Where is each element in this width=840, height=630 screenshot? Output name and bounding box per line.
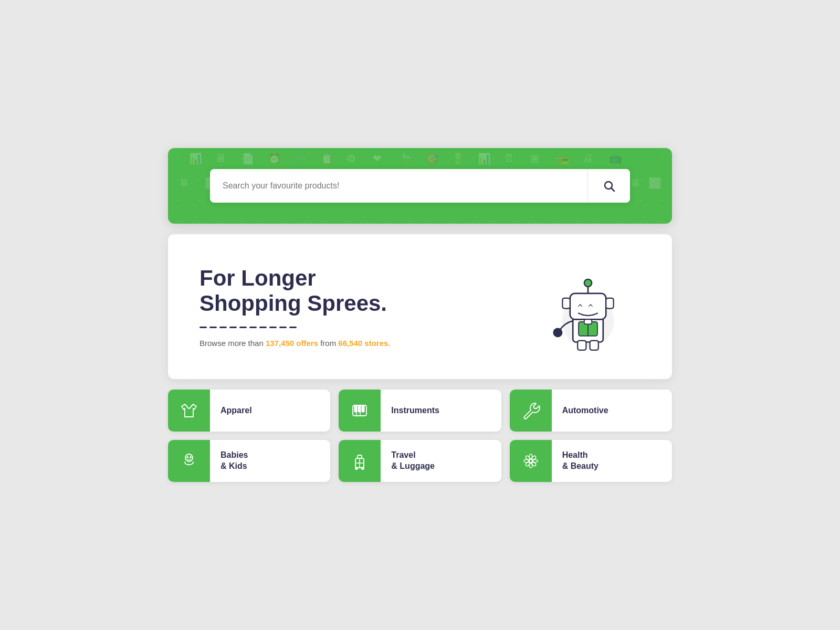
apparel-icon-box bbox=[168, 390, 210, 432]
flower-icon bbox=[521, 452, 540, 470]
apparel-label: Apparel bbox=[210, 405, 330, 416]
health-beauty-label: Health& Beauty bbox=[552, 450, 672, 472]
svg-rect-16 bbox=[590, 341, 598, 350]
svg-point-37 bbox=[530, 461, 536, 467]
hero-title: For Longer Shopping Sprees. bbox=[200, 266, 536, 317]
hero-divider bbox=[200, 327, 536, 328]
svg-point-24 bbox=[187, 457, 188, 458]
baby-icon bbox=[180, 452, 198, 470]
search-button[interactable] bbox=[587, 169, 630, 203]
svg-point-38 bbox=[530, 455, 536, 461]
stores-count: 66,540 stores. bbox=[338, 339, 390, 348]
offers-count: 137,450 offers bbox=[266, 339, 318, 348]
search-bar bbox=[210, 169, 630, 203]
category-card-health-beauty[interactable]: Health& Beauty bbox=[510, 440, 672, 482]
svg-point-39 bbox=[524, 461, 530, 467]
svg-text:^: ^ bbox=[588, 302, 593, 312]
automotive-icon-box bbox=[510, 390, 552, 432]
categories-grid: Apparel Instruments bbox=[168, 390, 672, 482]
instruments-icon-box bbox=[339, 390, 381, 432]
svg-point-25 bbox=[190, 457, 191, 458]
hero-subtitle: Browse more than 137,450 offers from 66,… bbox=[200, 339, 536, 348]
shirt-icon bbox=[180, 401, 198, 420]
health-icon-box bbox=[510, 440, 552, 482]
search-card: 📊 🖥 📄 ⏰ 🛒 📋 ⚙ ❤ 🍃 🎯 🔋 📊 🗓 ⊞ 📻 🖨 📺 🖥 ⬜ 🖥 … bbox=[168, 148, 672, 224]
svg-point-36 bbox=[524, 455, 530, 461]
svg-rect-22 bbox=[362, 405, 364, 412]
app-container: 📊 🖥 📄 ⏰ 🛒 📋 ⚙ ❤ 🍃 🎯 🔋 📊 🗓 ⊞ 📻 🖨 📺 🖥 ⬜ 🖥 … bbox=[168, 148, 672, 482]
svg-rect-21 bbox=[358, 405, 361, 412]
svg-point-30 bbox=[362, 467, 364, 469]
hero-text: For Longer Shopping Sprees. Browse more … bbox=[200, 266, 536, 348]
svg-rect-20 bbox=[354, 405, 357, 412]
instruments-label: Instruments bbox=[381, 405, 501, 416]
hero-card: For Longer Shopping Sprees. Browse more … bbox=[168, 234, 672, 379]
svg-rect-12 bbox=[606, 298, 613, 309]
robot-illustration: ^ ^ bbox=[536, 259, 640, 354]
search-input[interactable] bbox=[210, 169, 587, 203]
category-card-instruments[interactable]: Instruments bbox=[339, 390, 501, 432]
svg-point-29 bbox=[355, 467, 358, 469]
category-card-automotive[interactable]: Automotive bbox=[510, 390, 672, 432]
svg-line-1 bbox=[612, 188, 615, 192]
category-card-travel-luggage[interactable]: Travel& Luggage bbox=[339, 440, 501, 482]
svg-text:^: ^ bbox=[578, 302, 583, 312]
automotive-label: Automotive bbox=[552, 405, 672, 416]
svg-rect-15 bbox=[578, 341, 586, 350]
svg-rect-14 bbox=[584, 319, 592, 324]
search-icon bbox=[603, 180, 615, 192]
svg-rect-11 bbox=[562, 298, 570, 309]
travel-luggage-label: Travel& Luggage bbox=[381, 450, 501, 472]
luggage-icon bbox=[350, 452, 369, 470]
svg-point-13 bbox=[553, 328, 562, 338]
babies-kids-label: Babies& Kids bbox=[210, 450, 330, 472]
piano-icon bbox=[350, 401, 369, 420]
babies-icon-box bbox=[168, 440, 210, 482]
travel-icon-box bbox=[339, 440, 381, 482]
svg-point-10 bbox=[584, 279, 592, 287]
category-card-apparel[interactable]: Apparel bbox=[168, 390, 330, 432]
category-card-babies-kids[interactable]: Babies& Kids bbox=[168, 440, 330, 482]
wrench-icon bbox=[521, 401, 540, 420]
